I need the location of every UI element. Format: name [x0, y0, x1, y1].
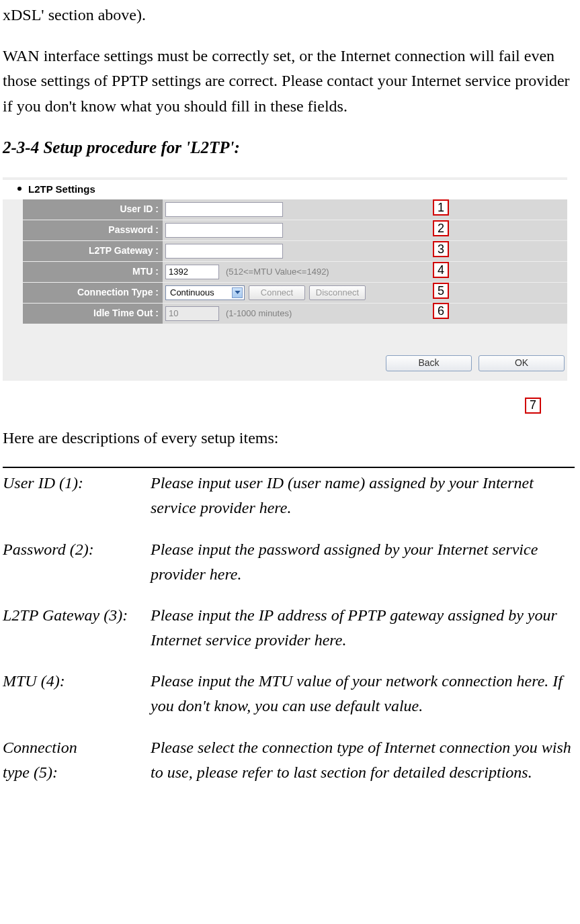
term-password: Password (2): [3, 537, 151, 587]
label-user-id: User ID : [23, 199, 163, 220]
back-button[interactable]: Back [386, 355, 472, 371]
row-password: Password : [23, 220, 567, 240]
input-user-id[interactable] [165, 202, 283, 217]
intro-paragraph: WAN interface settings must be correctly… [3, 44, 575, 119]
row-mtu: MTU : (512<=MTU Value<=1492) [23, 262, 567, 282]
callout-7: 7 [525, 398, 541, 414]
def-gateway: L2TP Gateway (3): Please input the IP ad… [3, 603, 575, 653]
input-gateway[interactable] [165, 244, 283, 259]
ok-button[interactable]: OK [479, 355, 565, 371]
figure-title: L2TP Settings [28, 181, 95, 197]
label-password: Password : [23, 220, 163, 240]
desc-connection-type: Please select the connection type of Int… [151, 735, 575, 785]
figure-title-row: L2TP Settings [3, 180, 567, 199]
desc-user-id: Please input user ID (user name) assigne… [151, 471, 575, 520]
intro-fragment: xDSL' section above). [3, 3, 575, 28]
row-connection-type: Connection Type : Continuous Connect Dis… [23, 283, 567, 303]
l2tp-settings-figure: L2TP Settings User ID : Password : L2TP … [3, 177, 567, 381]
label-mtu: MTU : [23, 262, 163, 282]
term-connection-type: Connection type (5): [3, 735, 151, 785]
desc-mtu: Please input the MTU value of your netwo… [151, 669, 575, 719]
def-password: Password (2): Please input the password … [3, 537, 575, 587]
row-gateway: L2TP Gateway : [23, 241, 567, 261]
hint-idle-timeout: (1-1000 minutes) [223, 307, 292, 320]
input-password[interactable] [165, 223, 283, 238]
term-user-id: User ID (1): [3, 471, 151, 520]
def-connection-type: Connection type (5): Please select the c… [3, 735, 575, 785]
callout-3: 3 [433, 241, 449, 257]
section-heading: 2-3-4 Setup procedure for 'L2TP': [3, 135, 575, 161]
term-gateway: L2TP Gateway (3): [3, 603, 151, 653]
term-mtu: MTU (4): [3, 669, 151, 719]
def-user-id: User ID (1): Please input user ID (user … [3, 471, 575, 520]
def-mtu: MTU (4): Please input the MTU value of y… [3, 669, 575, 719]
desc-password: Please input the password assigned by yo… [151, 537, 575, 587]
desc-gateway: Please input the IP address of PPTP gate… [151, 603, 575, 653]
callout-2: 2 [433, 220, 449, 236]
input-idle-timeout [165, 306, 219, 321]
row-idle-timeout: Idle Time Out : (1-1000 minutes) [23, 304, 567, 324]
select-connection-type[interactable]: Continuous [165, 285, 245, 300]
disconnect-button[interactable]: Disconnect [309, 285, 366, 300]
callout-6: 6 [433, 303, 449, 319]
row-user-id: User ID : [23, 199, 567, 220]
connect-button[interactable]: Connect [249, 285, 305, 300]
hint-mtu: (512<=MTU Value<=1492) [223, 265, 329, 279]
label-gateway: L2TP Gateway : [23, 241, 163, 261]
chevron-down-icon [232, 287, 243, 298]
select-value: Continuous [170, 286, 214, 299]
definitions-section: User ID (1): Please input user ID (user … [3, 467, 575, 785]
bullet-icon [17, 187, 22, 191]
label-idle-timeout: Idle Time Out : [23, 304, 163, 324]
descriptions-intro: Here are descriptions of every setup ite… [3, 426, 575, 451]
callout-1: 1 [433, 199, 449, 216]
callout-4: 4 [433, 262, 449, 278]
input-mtu[interactable] [165, 265, 219, 279]
callout-5: 5 [433, 283, 449, 299]
label-connection-type: Connection Type : [23, 283, 163, 303]
